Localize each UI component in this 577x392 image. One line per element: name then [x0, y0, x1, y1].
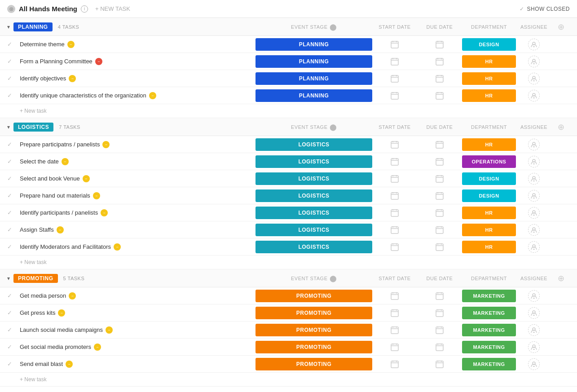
task-check-1-0[interactable]: ✓ — [7, 141, 16, 148]
start-date-cell-2-0[interactable] — [372, 292, 417, 300]
new-task-button[interactable]: + NEW TASK — [92, 4, 134, 14]
new-task-row[interactable]: + New task — [0, 373, 577, 387]
stage-cell-2-4[interactable]: PROMOTING — [255, 358, 372, 370]
section-toggle-logistics[interactable]: ▾ — [7, 124, 10, 130]
dept-cell-1-6[interactable]: HR — [462, 241, 516, 253]
start-date-cell-1-5[interactable] — [372, 226, 417, 234]
task-check-2-1[interactable]: ✓ — [7, 309, 16, 316]
stage-cell-1-6[interactable]: LOGISTICS — [255, 241, 372, 253]
add-column-button[interactable]: ⊕ — [552, 22, 570, 32]
assignee-cell-1-6[interactable] — [516, 241, 552, 253]
info-icon[interactable]: i — [81, 5, 88, 13]
stage-cell-1-1[interactable]: LOGISTICS — [255, 155, 372, 168]
dept-cell-2-1[interactable]: MARKETING — [462, 307, 516, 319]
dept-cell-1-2[interactable]: DESIGN — [462, 172, 516, 185]
show-closed-button[interactable]: ✓ SHOW CLOSED — [520, 6, 570, 12]
assignee-cell-1-4[interactable] — [516, 207, 552, 219]
due-date-cell-2-2[interactable] — [417, 326, 462, 334]
stage-cell-2-0[interactable]: PROMOTING — [255, 290, 372, 302]
task-check-2-3[interactable]: ✓ — [7, 344, 16, 350]
dept-cell-2-2[interactable]: MARKETING — [462, 324, 516, 336]
section-toggle-promoting[interactable]: ▾ — [7, 275, 10, 282]
dept-cell-0-0[interactable]: DESIGN — [462, 38, 516, 51]
start-date-cell-0-1[interactable] — [372, 57, 417, 66]
due-date-cell-1-6[interactable] — [417, 243, 462, 251]
dept-cell-2-3[interactable]: MARKETING — [462, 341, 516, 353]
stage-cell-2-3[interactable]: PROMOTING — [255, 341, 372, 353]
due-date-cell-2-1[interactable] — [417, 309, 462, 317]
stage-cell-1-4[interactable]: LOGISTICS — [255, 207, 372, 219]
assignee-cell-1-5[interactable] — [516, 224, 552, 236]
dept-cell-0-1[interactable]: HR — [462, 55, 516, 68]
task-check-2-4[interactable]: ✓ — [7, 361, 16, 367]
assignee-cell-1-0[interactable] — [516, 139, 552, 150]
stage-cell-2-1[interactable]: PROMOTING — [255, 307, 372, 319]
dept-cell-1-5[interactable]: HR — [462, 224, 516, 236]
task-check-1-1[interactable]: ✓ — [7, 158, 16, 165]
stage-cell-0-0[interactable]: PLANNING — [255, 38, 372, 51]
dept-cell-2-0[interactable]: MARKETING — [462, 290, 516, 302]
assignee-cell-2-1[interactable] — [516, 307, 552, 319]
section-toggle-planning[interactable]: ▾ — [7, 24, 10, 30]
start-date-cell-2-1[interactable] — [372, 309, 417, 317]
due-date-cell-1-5[interactable] — [417, 226, 462, 234]
start-date-cell-0-0[interactable] — [372, 40, 417, 48]
dept-cell-1-4[interactable]: HR — [462, 207, 516, 219]
assignee-cell-0-2[interactable] — [516, 73, 552, 84]
start-date-cell-1-1[interactable] — [372, 158, 417, 166]
assignee-cell-2-3[interactable] — [516, 341, 552, 353]
stage-cell-2-2[interactable]: PROMOTING — [255, 324, 372, 336]
assignee-cell-1-3[interactable] — [516, 190, 552, 202]
due-date-cell-1-4[interactable] — [417, 209, 462, 217]
assignee-cell-0-0[interactable] — [516, 39, 552, 50]
assignee-cell-1-1[interactable] — [516, 156, 552, 167]
assignee-cell-2-4[interactable] — [516, 358, 552, 370]
due-date-cell-0-0[interactable] — [417, 40, 462, 48]
task-check-1-6[interactable]: ✓ — [7, 243, 16, 250]
task-check-1-3[interactable]: ✓ — [7, 192, 16, 199]
due-date-cell-1-1[interactable] — [417, 158, 462, 166]
start-date-cell-1-2[interactable] — [372, 175, 417, 183]
start-date-cell-0-3[interactable] — [372, 92, 417, 100]
due-date-cell-0-1[interactable] — [417, 57, 462, 66]
due-date-cell-1-2[interactable] — [417, 175, 462, 183]
task-check-1-2[interactable]: ✓ — [7, 175, 16, 182]
due-date-cell-2-0[interactable] — [417, 292, 462, 300]
start-date-cell-0-2[interactable] — [372, 75, 417, 83]
start-date-cell-2-4[interactable] — [372, 360, 417, 368]
start-date-cell-1-3[interactable] — [372, 192, 417, 200]
dept-cell-1-3[interactable]: DESIGN — [462, 189, 516, 202]
stage-cell-0-2[interactable]: PLANNING — [255, 72, 372, 85]
new-task-row[interactable]: + New task — [0, 255, 577, 269]
start-date-cell-1-0[interactable] — [372, 141, 417, 149]
assignee-cell-2-2[interactable] — [516, 324, 552, 336]
due-date-cell-2-4[interactable] — [417, 360, 462, 368]
dept-cell-1-0[interactable]: HR — [462, 138, 516, 151]
task-check-1-5[interactable]: ✓ — [7, 226, 16, 233]
start-date-cell-1-6[interactable] — [372, 243, 417, 251]
start-date-cell-2-2[interactable] — [372, 326, 417, 334]
add-column-button[interactable]: ⊕ — [552, 122, 570, 132]
due-date-cell-2-3[interactable] — [417, 343, 462, 351]
due-date-cell-0-3[interactable] — [417, 92, 462, 100]
assignee-cell-0-1[interactable] — [516, 56, 552, 67]
add-column-button[interactable]: ⊕ — [552, 273, 570, 283]
task-check-2-0[interactable]: ✓ — [7, 292, 16, 299]
task-check-0-3[interactable]: ✓ — [7, 92, 16, 99]
dept-cell-0-3[interactable]: HR — [462, 89, 516, 102]
start-date-cell-2-3[interactable] — [372, 343, 417, 351]
stage-cell-0-3[interactable]: PLANNING — [255, 89, 372, 102]
dept-cell-1-1[interactable]: OPERATIONS — [462, 155, 516, 168]
task-check-2-2[interactable]: ✓ — [7, 326, 16, 333]
task-check-0-1[interactable]: ✓ — [7, 58, 16, 65]
stage-cell-1-2[interactable]: LOGISTICS — [255, 172, 372, 185]
stage-cell-1-3[interactable]: LOGISTICS — [255, 189, 372, 202]
start-date-cell-1-4[interactable] — [372, 209, 417, 217]
assignee-cell-0-3[interactable] — [516, 90, 552, 101]
stage-cell-1-5[interactable]: LOGISTICS — [255, 224, 372, 236]
assignee-cell-1-2[interactable] — [516, 173, 552, 185]
due-date-cell-1-3[interactable] — [417, 192, 462, 200]
dept-cell-2-4[interactable]: MARKETING — [462, 358, 516, 370]
task-check-0-2[interactable]: ✓ — [7, 75, 16, 82]
task-check-0-0[interactable]: ✓ — [7, 41, 16, 48]
